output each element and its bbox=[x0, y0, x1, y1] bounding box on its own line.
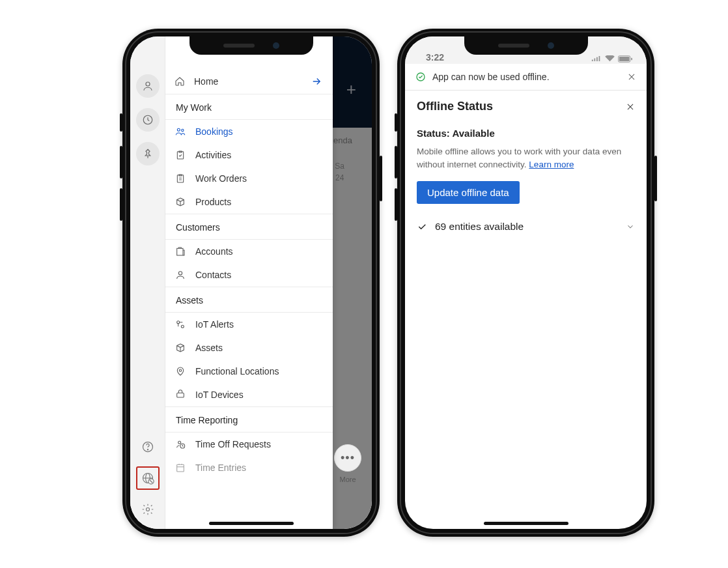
nav-item-contacts[interactable]: Contacts bbox=[165, 263, 333, 287]
iot-device-icon bbox=[175, 390, 186, 400]
nav-item-assets[interactable]: Assets bbox=[165, 336, 333, 360]
nav-group-customers: Customers bbox=[165, 214, 333, 240]
box-icon bbox=[175, 197, 186, 207]
profile-icon[interactable] bbox=[136, 74, 160, 98]
nav-group-my-work: My Work bbox=[165, 94, 333, 120]
panel-header: Offline Status bbox=[405, 91, 647, 121]
pin-icon[interactable] bbox=[136, 142, 160, 165]
nav-item-functional-locations[interactable]: Functional Locations bbox=[165, 360, 333, 383]
navigation-drawer: Home My Work Bookings Activities bbox=[130, 36, 333, 529]
svg-point-3 bbox=[147, 449, 148, 450]
svg-point-0 bbox=[146, 82, 150, 86]
toast-close-icon[interactable] bbox=[627, 72, 636, 81]
toast-text: App can now be used offline. bbox=[432, 72, 550, 82]
timeoff-icon bbox=[175, 439, 186, 449]
svg-point-7 bbox=[146, 508, 149, 511]
nav-item-time-entries[interactable]: Time Entries bbox=[165, 456, 333, 479]
svg-point-15 bbox=[181, 325, 184, 328]
iot-alert-icon bbox=[175, 319, 186, 330]
nav-item-bookings[interactable]: Bookings bbox=[165, 120, 333, 143]
nav-item-work-orders[interactable]: Work Orders bbox=[165, 167, 333, 190]
svg-rect-20 bbox=[177, 464, 184, 472]
help-icon[interactable] bbox=[136, 435, 160, 459]
person-icon bbox=[175, 270, 186, 280]
nav-item-products[interactable]: Products bbox=[165, 190, 333, 214]
background-day: Sa 24 bbox=[335, 160, 344, 184]
learn-more-link[interactable]: Learn more bbox=[529, 160, 574, 169]
svg-rect-22 bbox=[619, 57, 630, 61]
entities-row[interactable]: 69 entities available bbox=[417, 216, 635, 238]
svg-rect-23 bbox=[631, 58, 632, 61]
drawer-rail bbox=[130, 36, 165, 529]
svg-point-8 bbox=[177, 128, 180, 131]
box-icon bbox=[175, 343, 186, 353]
home-icon bbox=[175, 76, 185, 87]
nav-group-time-reporting: Time Reporting bbox=[165, 407, 333, 433]
nav-item-iot-alerts[interactable]: IoT Alerts bbox=[165, 313, 333, 336]
status-indicators bbox=[591, 55, 632, 63]
panel-body: Status: Available Mobile offline allows … bbox=[405, 121, 647, 240]
phone-frame-right: 3:22 App can now be used offline. Offlin… bbox=[397, 29, 654, 537]
status-time: 3:22 bbox=[419, 52, 444, 63]
location-icon bbox=[175, 366, 186, 376]
offline-toast: App can now be used offline. bbox=[405, 64, 647, 91]
nav-home[interactable]: Home bbox=[165, 69, 333, 94]
svg-point-14 bbox=[177, 321, 180, 324]
clipboard-icon bbox=[175, 173, 186, 184]
arrow-right-icon bbox=[311, 76, 322, 87]
description-text: Mobile offline allows you to work with y… bbox=[417, 145, 635, 172]
account-icon bbox=[175, 246, 186, 257]
svg-point-16 bbox=[179, 369, 181, 371]
svg-rect-17 bbox=[177, 393, 184, 397]
settings-icon[interactable] bbox=[136, 498, 160, 521]
nav-item-time-off-requests[interactable]: Time Off Requests bbox=[165, 433, 333, 456]
panel-close-icon[interactable] bbox=[626, 102, 635, 111]
calendar-icon bbox=[175, 462, 186, 473]
clipboard-check-icon bbox=[175, 150, 186, 160]
entities-text: 69 entities available bbox=[435, 221, 524, 233]
update-offline-data-button[interactable]: Update offline data bbox=[417, 181, 520, 204]
nav-home-label: Home bbox=[194, 76, 218, 87]
status-line: Status: Available bbox=[417, 128, 635, 139]
phone-frame-left: + genda Sa 24 ••• More bbox=[122, 29, 380, 537]
nav-item-activities[interactable]: Activities bbox=[165, 143, 333, 167]
svg-rect-12 bbox=[177, 248, 183, 255]
svg-point-9 bbox=[182, 129, 184, 131]
svg-point-18 bbox=[178, 441, 181, 444]
drawer-list: Home My Work Bookings Activities bbox=[165, 36, 333, 529]
check-icon bbox=[417, 221, 427, 232]
nav-item-iot-devices[interactable]: IoT Devices bbox=[165, 383, 333, 407]
nav-group-assets: Assets bbox=[165, 287, 333, 313]
checkmark-circle-icon bbox=[415, 72, 426, 82]
people-icon bbox=[175, 126, 186, 137]
nav-item-accounts[interactable]: Accounts bbox=[165, 240, 333, 263]
panel-title: Offline Status bbox=[417, 100, 493, 113]
offline-globe-icon[interactable] bbox=[136, 466, 160, 490]
recent-icon[interactable] bbox=[136, 108, 160, 132]
svg-point-13 bbox=[178, 272, 182, 275]
chevron-down-icon bbox=[626, 222, 635, 231]
background-more-button: ••• More bbox=[334, 444, 361, 483]
